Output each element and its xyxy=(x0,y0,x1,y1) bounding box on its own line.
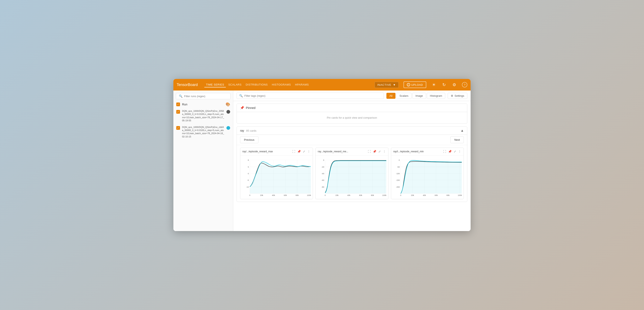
ray-count: 85 cards xyxy=(246,129,256,132)
svg-text:-60: -60 xyxy=(322,179,324,181)
chart-0-fullscreen-icon[interactable]: ⤢ xyxy=(302,149,306,153)
chart-1-expand-icon[interactable]: ⛶ xyxy=(368,149,371,153)
svg-text:60k: 60k xyxy=(359,194,362,196)
filter-buttons: All Scalars Image Histogram xyxy=(386,93,445,99)
svg-text:-20: -20 xyxy=(322,166,324,168)
help-icon[interactable]: ? xyxy=(462,82,467,87)
run-1-checkbox[interactable] xyxy=(176,126,180,130)
main-nav: TIME SERIES SCALARS DISTRIBUTIONS HISTOG… xyxy=(204,82,310,87)
settings-label: Settings xyxy=(454,94,464,97)
nav-time-series[interactable]: TIME SERIES xyxy=(204,82,226,87)
chart-1-fullscreen-icon[interactable]: ⤢ xyxy=(378,149,381,153)
nav-distributions[interactable]: DISTRIBUTIONS xyxy=(244,82,269,87)
chart-1-more-icon[interactable]: ⋮ xyxy=(382,149,386,153)
filter-scalars[interactable]: Scalars xyxy=(396,93,412,99)
nav-histograms[interactable]: HISTOGRAMS xyxy=(270,82,292,87)
pin-icon: 📌 xyxy=(240,106,244,110)
svg-text:-80: -80 xyxy=(322,186,324,188)
svg-text:20k: 20k xyxy=(411,194,414,196)
chart-card-0: ray/.../episode_reward_max ⛶ 📌 ⤢ ⋮ xyxy=(240,147,313,199)
svg-text:80k: 80k xyxy=(446,194,450,196)
pinned-empty-text: Pin cards for a quick view and compariso… xyxy=(327,116,377,119)
pinned-section: 📌 Pinned Pin cards for a quick view and … xyxy=(236,103,467,124)
run-0-name: DQN_qce_1000/DQN_QSimPyEnv_2058a_00000_0… xyxy=(182,109,224,122)
sidebar: 🔍 Run 🎨 DQN_qce_1000/DQN_QSimPyEnv_2058a… xyxy=(174,90,233,231)
chart-0-expand-icon[interactable]: ⛶ xyxy=(292,149,296,153)
chart-2-more-icon[interactable]: ⋮ xyxy=(458,149,462,153)
brightness-icon[interactable]: ☀ xyxy=(431,81,436,88)
svg-text:100k: 100k xyxy=(382,194,386,196)
content-area: 📌 Pinned Pin cards for a quick view and … xyxy=(233,101,470,231)
svg-text:0: 0 xyxy=(323,159,324,161)
run-all-checkbox[interactable] xyxy=(176,102,180,106)
run-search-input[interactable] xyxy=(184,95,228,98)
svg-text:60k: 60k xyxy=(284,194,287,196)
svg-text:-5: -5 xyxy=(247,179,249,181)
svg-text:-10: -10 xyxy=(246,186,249,188)
chart-1-pin-icon[interactable]: 📌 xyxy=(372,149,377,153)
svg-text:8: 8 xyxy=(248,159,249,161)
svg-text:-100: -100 xyxy=(396,173,400,175)
palette-icon[interactable]: 🎨 xyxy=(226,102,230,107)
status-dropdown[interactable]: INACTIVE ▼ xyxy=(375,82,398,88)
svg-text:0: 0 xyxy=(248,173,249,175)
chart-2-header: ray/t.../episode_reward_min ⛶ 📌 ⤢ ⋮ xyxy=(391,148,464,156)
nav-scalars[interactable]: SCALARS xyxy=(227,82,243,87)
nav-hparams[interactable]: HPARAMS xyxy=(293,82,310,87)
svg-text:-200: -200 xyxy=(396,186,400,188)
settings-button[interactable]: ⚙ Settings xyxy=(448,93,467,99)
refresh-icon[interactable]: ↻ xyxy=(442,81,447,88)
svg-text:0: 0 xyxy=(325,194,326,196)
ray-title: ray xyxy=(240,129,244,132)
chart-2-body: 0 -50 -100 -150 -200 0 20k 40k 60k 80k xyxy=(391,156,464,199)
chart-0-body: 8 5 0 -5 -10 0 20k 40k 60k xyxy=(240,156,313,199)
settings-icon[interactable]: ⚙ xyxy=(452,81,457,88)
svg-text:-40: -40 xyxy=(322,173,324,175)
svg-text:0: 0 xyxy=(398,159,400,161)
svg-text:-150: -150 xyxy=(396,179,400,181)
filter-histogram[interactable]: Histogram xyxy=(427,93,445,99)
main-toolbar: 🔍 All Scalars Image Histogram ⚙ Settings xyxy=(233,90,470,101)
svg-text:5: 5 xyxy=(248,166,249,168)
pinned-empty: Pin cards for a quick view and compariso… xyxy=(237,112,467,123)
chart-0-pin-icon[interactable]: 📌 xyxy=(297,149,301,153)
tag-search-input[interactable] xyxy=(244,94,381,97)
run-0-checkbox[interactable] xyxy=(176,110,180,114)
svg-text:60k: 60k xyxy=(434,194,438,196)
run-header: Run 🎨 xyxy=(174,101,233,108)
run-1-color xyxy=(226,126,230,130)
chart-2-title: ray/t.../episode_reward_min xyxy=(393,150,442,153)
upload-label: UPLOAD xyxy=(412,83,423,86)
svg-text:20k: 20k xyxy=(336,194,338,196)
next-button[interactable]: Next xyxy=(450,136,464,143)
run-0-color xyxy=(226,110,230,114)
charts-grid: ray/.../episode_reward_max ⛶ 📌 ⤢ ⋮ xyxy=(237,145,467,202)
main-content: 🔍 All Scalars Image Histogram ⚙ Settings xyxy=(233,90,470,231)
chart-2-fullscreen-icon[interactable]: ⤢ xyxy=(453,149,456,153)
chart-nav-row: Previous Next xyxy=(237,135,467,145)
previous-button[interactable]: Previous xyxy=(240,136,258,143)
header: TensorBoard TIME SERIES SCALARS DISTRIBU… xyxy=(174,79,470,90)
chart-2-expand-icon[interactable]: ⛶ xyxy=(443,149,446,153)
chart-1-header: ray.../episode_reward_me... ⛶ 📌 ⤢ ⋮ xyxy=(316,148,388,156)
chart-1-body: 0 -20 -40 -60 -80 0 20k 40k 60k 80k xyxy=(316,156,388,199)
app-logo: TensorBoard xyxy=(177,83,198,87)
upload-button[interactable]: i UPLOAD xyxy=(404,81,426,88)
settings-gear-icon: ⚙ xyxy=(451,94,453,97)
app-window: TensorBoard TIME SERIES SCALARS DISTRIBU… xyxy=(174,79,470,231)
svg-text:100k: 100k xyxy=(307,194,311,196)
info-icon: i xyxy=(407,83,410,86)
pinned-title: Pinned xyxy=(246,106,256,109)
run-header-label: Run xyxy=(182,103,224,106)
dropdown-chevron-icon: ▼ xyxy=(393,83,396,86)
chart-0-title: ray/.../episode_reward_max xyxy=(242,150,291,153)
collapse-icon[interactable]: ▲ xyxy=(460,129,464,132)
run-search-container[interactable]: 🔍 xyxy=(176,93,230,99)
filter-all[interactable]: All xyxy=(386,93,396,99)
chart-2-pin-icon[interactable]: 📌 xyxy=(448,149,452,153)
search-icon: 🔍 xyxy=(179,94,182,98)
chart-card-2: ray/t.../episode_reward_min ⛶ 📌 ⤢ ⋮ xyxy=(391,147,464,199)
filter-image[interactable]: Image xyxy=(412,93,426,99)
tag-search-container[interactable]: 🔍 xyxy=(236,93,384,99)
chart-0-more-icon[interactable]: ⋮ xyxy=(307,149,311,153)
